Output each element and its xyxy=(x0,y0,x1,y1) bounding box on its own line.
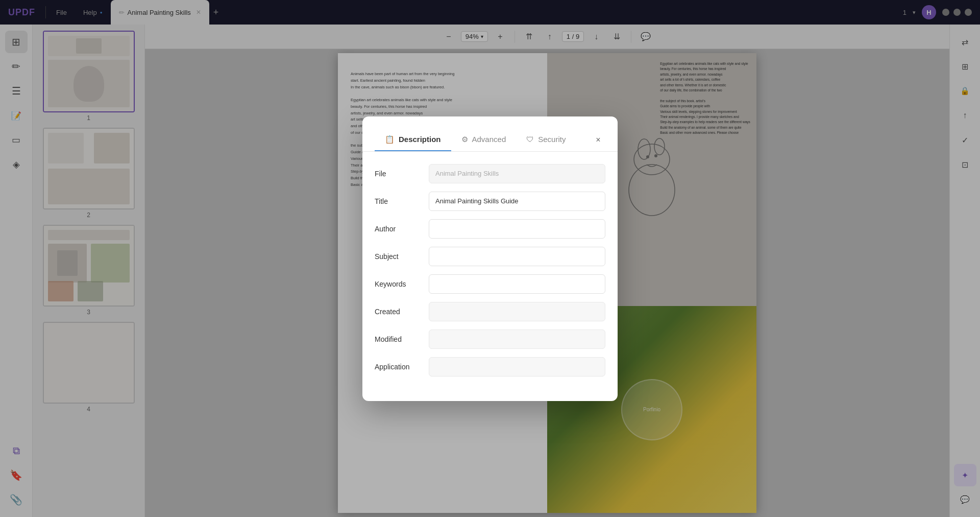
form-row-application: Application xyxy=(375,357,605,377)
modal-close-button[interactable]: × xyxy=(591,133,605,147)
form-row-modified: Modified xyxy=(375,330,605,349)
field-label-keywords: Keywords xyxy=(375,280,421,288)
modal-tab-security-label: Security xyxy=(538,135,566,144)
field-label-title: Title xyxy=(375,197,421,205)
modal-tab-security[interactable]: 🛡 Security xyxy=(516,129,576,151)
security-icon: 🛡 xyxy=(526,135,534,144)
field-input-subject[interactable] xyxy=(429,247,605,266)
form-row-file: File xyxy=(375,164,605,183)
description-icon: 📋 xyxy=(385,135,395,144)
field-label-modified: Modified xyxy=(375,335,421,343)
form-row-author: Author xyxy=(375,219,605,239)
field-label-file: File xyxy=(375,170,421,178)
modal-tab-description[interactable]: 📋 Description xyxy=(375,129,451,151)
modal-overlay: 📋 Description ⚙ Advanced 🛡 Security × xyxy=(0,0,980,517)
field-label-author: Author xyxy=(375,225,421,233)
advanced-icon: ⚙ xyxy=(461,135,468,144)
field-label-subject: Subject xyxy=(375,252,421,261)
field-input-keywords[interactable] xyxy=(429,274,605,294)
field-input-file[interactable] xyxy=(429,164,605,183)
modal-tab-advanced[interactable]: ⚙ Advanced xyxy=(451,129,517,151)
field-input-modified[interactable] xyxy=(429,330,605,349)
modal-header: 📋 Description ⚙ Advanced 🛡 Security × xyxy=(362,116,618,151)
form-row-created: Created xyxy=(375,302,605,321)
form-row-keywords: Keywords xyxy=(375,274,605,294)
field-label-created: Created xyxy=(375,308,421,316)
form-row-title: Title xyxy=(375,192,605,211)
field-label-application: Application xyxy=(375,363,421,371)
field-input-title[interactable] xyxy=(429,192,605,211)
modal-tab-advanced-label: Advanced xyxy=(472,135,506,144)
modal-tabs: 📋 Description ⚙ Advanced 🛡 Security xyxy=(375,129,591,151)
document-properties-modal: 📋 Description ⚙ Advanced 🛡 Security × xyxy=(362,116,618,401)
modal-footer xyxy=(362,389,618,401)
close-icon: × xyxy=(596,135,600,145)
field-input-created[interactable] xyxy=(429,302,605,321)
modal-tab-description-label: Description xyxy=(399,135,441,144)
field-input-author[interactable] xyxy=(429,219,605,239)
form-row-subject: Subject xyxy=(375,247,605,266)
field-input-application[interactable] xyxy=(429,357,605,377)
modal-body: File Title Author Subject Keywords xyxy=(362,152,618,389)
